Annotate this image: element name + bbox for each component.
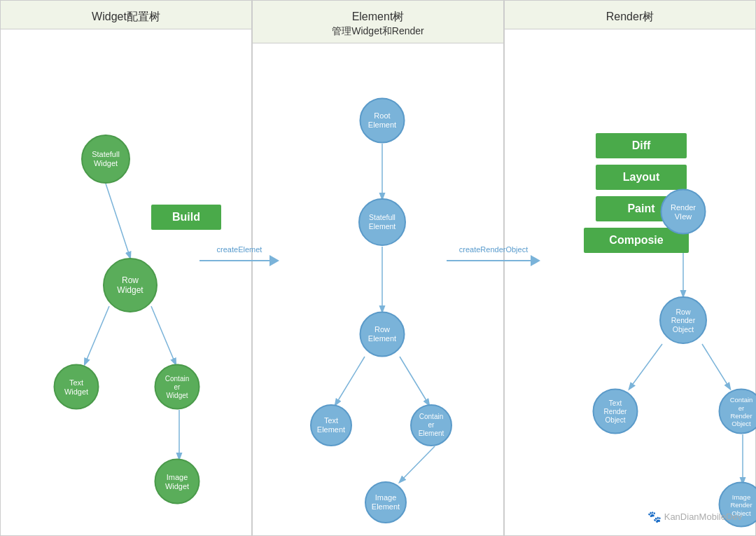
container-render-object-node: ContainerRenderObject [719,389,757,434]
element-tree-column: Element树 管理Widget和Render [252,0,504,536]
svg-line-7 [400,357,429,405]
build-rect: Build [151,205,221,230]
svg-line-11 [702,344,730,389]
widget-tree-content: StatefullWidget Build RowWidget TextWidg… [1,29,251,518]
render-tree-content: Diff Layout Paint Composie RenderVIew Ro… [505,29,755,518]
element-tree-content: RootElement StatefullElement RowElement … [253,43,503,532]
container-element-node: ContainerElement [410,404,452,446]
render-tree-header: Render树 [505,1,755,29]
image-widget-node: ImageWidget [155,459,200,504]
element-tree-header: Element树 管理Widget和Render [253,1,503,43]
layout-rect: Layout [596,165,687,190]
svg-line-2 [151,306,176,364]
main-container: Widget配置树 StatefullWidget [0,0,756,536]
stateful-widget-node: StatefullWidget [81,135,130,184]
row-element-node: RowElement [360,311,405,357]
svg-line-1 [85,306,109,364]
row-render-object-node: RowRenderObject [659,296,707,344]
render-arrows [505,29,755,518]
render-view-node: RenderVIew [661,189,706,235]
container-widget-node: ContainerWidget [155,364,200,410]
text-widget-node: TextWidget [54,364,99,410]
svg-line-10 [629,344,662,389]
watermark: 🐾 KanDianMobileDev [648,510,742,523]
render-tree-column: Render树 Diff [504,0,756,536]
text-element-node: TextElement [310,404,352,446]
svg-line-6 [335,357,365,405]
svg-line-0 [106,184,130,258]
svg-line-8 [400,446,435,482]
widget-tree-header: Widget配置树 [1,1,251,29]
row-widget-node: RowWidget [103,258,158,312]
text-render-object-node: TextRenderObject [593,389,638,434]
image-element-node: ImageElement [365,481,407,523]
widget-tree-column: Widget配置树 StatefullWidget [0,0,252,536]
diff-rect: Diff [596,133,687,158]
stateful-element-node: StatefullElement [358,198,406,246]
root-element-node: RootElement [360,97,405,143]
